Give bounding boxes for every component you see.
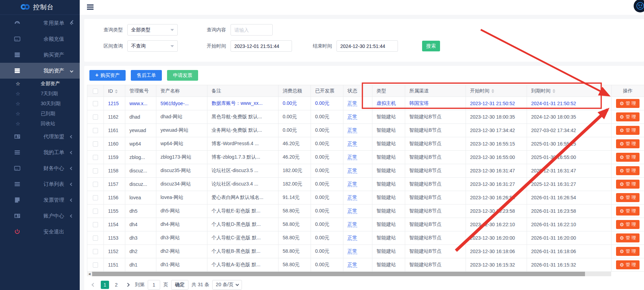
cell-id: 1162 [104, 110, 125, 124]
sidebar-item-0[interactable]: 常用菜单 [0, 15, 80, 31]
scroll-left-arrow-icon[interactable]: ◀ [87, 272, 92, 276]
manage-button[interactable]: ⚙管 理 [616, 193, 639, 202]
sidebar-item-7[interactable]: ☆已到期 [0, 109, 80, 119]
status-badge[interactable]: 正常 [348, 100, 357, 106]
query-type-select[interactable]: 全部类型 [127, 24, 178, 36]
status-badge[interactable]: 正常 [348, 114, 357, 120]
status-badge[interactable]: 正常 [348, 262, 357, 268]
row-checkbox[interactable] [93, 262, 98, 268]
status-badge[interactable]: 正常 [348, 248, 357, 254]
sidebar-item-15[interactable]: 安全退出 [0, 224, 80, 240]
cell-note: 个人导航A-彩色版 默... [207, 258, 279, 272]
manage-button[interactable]: ⚙管 理 [616, 153, 639, 162]
list-icon [13, 149, 21, 156]
row-checkbox[interactable] [93, 222, 98, 227]
status-badge[interactable]: 正常 [348, 168, 357, 173]
range-query-select[interactable]: 不查询 [127, 40, 178, 52]
query-content-input[interactable] [234, 27, 269, 33]
manage-button[interactable]: ⚙管 理 [616, 207, 639, 216]
row-checkbox[interactable] [93, 155, 98, 160]
sidebar-item-10[interactable]: 我的工单 [0, 144, 80, 160]
hamburger-menu-icon[interactable] [87, 4, 94, 10]
sidebar-item-2[interactable]: 购买资产 [0, 47, 80, 63]
manage-button[interactable]: ⚙管 理 [616, 260, 639, 269]
sidebar-item-8[interactable]: ☆回收站 [0, 119, 80, 129]
row-checkbox[interactable] [93, 114, 98, 120]
page-button-1[interactable]: 1 [101, 281, 109, 289]
aftersale-ticket-button[interactable]: 售后工单 [131, 70, 162, 81]
sidebar-item-14[interactable]: 账户中心 [0, 208, 80, 224]
row-checkbox[interactable] [93, 141, 98, 147]
select-all-checkbox[interactable] [93, 89, 98, 94]
prev-page-button[interactable] [89, 281, 98, 289]
sort-icon[interactable] [115, 89, 118, 93]
cell-account: discuz... [125, 178, 156, 191]
sidebar-item-1[interactable]: 余额充值 [0, 31, 80, 47]
column-header[interactable]: 开始时间 [466, 85, 527, 97]
end-time-input[interactable] [340, 43, 394, 49]
goto-page-input[interactable] [148, 280, 160, 290]
cell-note: 爱心表白网A 默认域名... [207, 191, 279, 204]
status-badge[interactable]: 正常 [348, 141, 357, 147]
cell-start: 2023-12-30 16:22:10 [466, 218, 527, 231]
row-checkbox[interactable] [93, 195, 98, 200]
manage-button[interactable]: ⚙管 理 [616, 180, 639, 189]
sort-icon[interactable] [491, 89, 494, 93]
cell-amount: 0.00元 [279, 124, 311, 137]
status-badge[interactable]: 正常 [348, 194, 357, 200]
sidebar-item-9[interactable]: 代理加盟 [0, 129, 80, 144]
start-time-input[interactable] [234, 43, 288, 49]
servers-icon [13, 67, 21, 74]
manage-button[interactable]: ⚙管 理 [616, 99, 639, 108]
manage-button[interactable]: ⚙管 理 [616, 112, 639, 121]
page-size-select[interactable]: 20 条/页 [212, 280, 242, 290]
sort-icon[interactable] [553, 89, 555, 93]
cell-status: 正常 [343, 231, 372, 245]
sidebar-item-12[interactable]: 订单列表 [0, 176, 80, 192]
goto-confirm-button[interactable]: 确定 [171, 280, 188, 290]
sidebar-item-4[interactable]: ☆全部资产 [0, 79, 80, 89]
row-checkbox[interactable] [93, 209, 98, 214]
search-button[interactable]: 搜索 [422, 41, 440, 51]
horizontal-scrollbar[interactable]: ◀ [87, 272, 611, 276]
manage-button[interactable]: ⚙管 理 [616, 139, 639, 148]
row-checkbox[interactable] [93, 236, 98, 241]
manage-button[interactable]: ⚙管 理 [616, 166, 639, 175]
sidebar-item-11[interactable]: 财务中心 [0, 160, 80, 176]
manage-button[interactable]: ⚙管 理 [616, 247, 639, 256]
row-checkbox[interactable] [93, 182, 98, 187]
sidebar-item-13[interactable]: 发票管理 [0, 192, 80, 208]
page-button-2[interactable]: 2 [112, 281, 120, 289]
column-header[interactable]: ID [104, 85, 125, 97]
manage-button[interactable]: ⚙管 理 [616, 220, 639, 229]
manage-button[interactable]: ⚙管 理 [616, 233, 639, 242]
chevron-down-icon [235, 283, 239, 286]
file-icon [13, 197, 21, 203]
status-badge[interactable]: 正常 [348, 181, 357, 187]
status-badge[interactable]: 正常 [348, 208, 357, 214]
chevron-left-icon [70, 21, 74, 25]
sidebar-item-label: 购买资产 [43, 52, 64, 58]
status-badge[interactable]: 正常 [348, 221, 357, 227]
sidebar-item-6[interactable]: ☆30天到期 [0, 99, 80, 109]
status-badge[interactable]: 正常 [348, 235, 357, 241]
cell-id: 1151 [104, 258, 125, 272]
user-avatar[interactable] [634, 0, 644, 12]
row-checkbox[interactable] [93, 101, 98, 106]
sidebar-item-3[interactable]: 我的资产 [0, 63, 80, 79]
request-invoice-button[interactable]: 申请发票 [167, 70, 198, 81]
cell-channel: 智能建站B节点 [405, 245, 466, 258]
next-page-button[interactable] [124, 281, 132, 289]
status-badge[interactable]: 正常 [348, 127, 357, 133]
scrollbar-thumb[interactable] [92, 272, 585, 276]
cell-status: 正常 [343, 137, 372, 151]
total-count-label: 共 31 条 [192, 282, 209, 288]
row-checkbox[interactable] [93, 128, 98, 133]
buy-asset-button[interactable]: +购买资产 [89, 70, 126, 81]
column-header[interactable]: 到期时间 [527, 85, 612, 97]
row-checkbox[interactable] [93, 168, 98, 173]
status-badge[interactable]: 正常 [348, 154, 357, 160]
row-checkbox[interactable] [93, 249, 98, 254]
manage-button[interactable]: ⚙管 理 [616, 126, 639, 135]
sidebar-item-5[interactable]: ☆7天到期 [0, 89, 80, 99]
